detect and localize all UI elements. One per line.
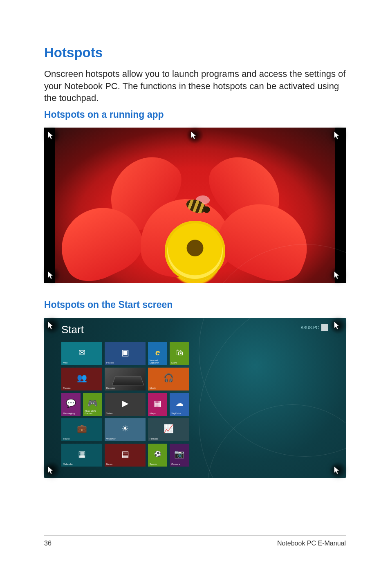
tile-people-2[interactable]: 👥People [61,368,102,391]
tile-music[interactable]: 🎧Music [148,368,189,391]
mail-icon: ✉ [78,348,85,357]
user-account[interactable]: ASUS-PC [301,324,328,331]
tile-label: Video [106,412,112,415]
cursor-icon [47,466,56,475]
heading-running-app: Hotspots on a running app [44,109,346,120]
page-number: 36 [44,540,52,547]
tile-camera[interactable]: 📷Camera [170,444,189,467]
calendar-icon: ▦ [78,450,86,458]
tile-label: People [63,387,71,389]
tile-label: Music [150,387,156,389]
tile-label: Internet Explorer [150,359,167,364]
start-label: Start [61,323,84,336]
tile-label: Travel [63,438,69,440]
tile-label: Store [171,361,177,364]
tile-label: News [106,463,112,465]
cursor-icon [47,321,56,330]
suitcase-icon: 💼 [77,424,87,433]
tile-label: Xbox LIVE Games [85,410,102,415]
cursor-icon [334,131,343,140]
page-footer: 36 Notebook PC E-Manual [44,535,346,547]
tile-label: Calendar [63,463,73,465]
tile-news[interactable]: ▤News [105,444,146,467]
camera-icon: 📷 [174,450,184,458]
tile-label: Mail [63,361,67,364]
store-icon: 🛍 [175,348,184,357]
tile-finance[interactable]: 📈Finance [148,418,189,441]
cursor-icon [47,131,56,140]
avatar-icon [321,324,328,331]
screenshot-start-screen: Start ASUS-PC ✉Mail ▣People eInternet Ex… [44,318,346,478]
tile-mail[interactable]: ✉Mail [61,342,102,365]
cursor-icon [334,321,343,330]
heading-hotspots: Hotspots [44,45,346,61]
tile-skydrive[interactable]: ☁SkyDrive [170,393,189,416]
start-tiles: ✉Mail ▣People eInternet Explorer 🛍Store … [61,342,189,467]
intro-paragraph: Onscreen hotspots allow you to launch pr… [44,68,346,104]
laptop-icon [112,376,144,385]
headphones-icon: 🎧 [164,374,174,382]
sun-icon: ☀ [121,424,129,433]
footer-title: Notebook PC E-Manual [277,540,346,547]
tile-ie[interactable]: eInternet Explorer [148,342,167,365]
tile-label: Maps [150,412,156,415]
chart-icon: 📈 [164,424,174,433]
tile-label: Sports [150,463,157,465]
app-left-band [44,128,55,283]
tile-travel[interactable]: 💼Travel [61,418,102,441]
sports-icon: ⚽ [154,451,161,457]
tile-people[interactable]: ▣People [105,342,146,365]
tile-calendar[interactable]: ▦Calendar [61,444,102,467]
tile-label: Desktop [106,387,115,389]
tile-desktop[interactable]: Desktop [105,368,146,391]
cloud-icon: ☁ [175,399,184,407]
news-icon: ▤ [121,450,129,458]
person-icon: ▣ [121,348,129,357]
gamepad-icon: 🎮 [87,399,98,407]
tile-label: Finance [150,438,158,440]
play-icon: ▶ [122,399,128,407]
people-icon: 👥 [77,374,87,382]
tile-store[interactable]: 🛍Store [170,342,189,365]
tile-games[interactable]: 🎮Xbox LIVE Games [83,393,102,416]
tile-label: Weather [106,438,116,440]
cursor-icon [191,131,199,140]
cursor-icon [334,466,343,475]
chat-icon: 💬 [66,399,76,407]
tile-messaging[interactable]: 💬Messaging [61,393,81,416]
tile-sports[interactable]: ⚽Sports [148,444,167,467]
tile-label: People [106,361,114,364]
map-icon: ▦ [154,399,161,407]
tile-video[interactable]: ▶Video [105,393,146,416]
ie-icon: e [155,348,160,357]
tile-label: SkyDrive [171,412,181,415]
tile-label: Camera [171,463,180,465]
tile-label: Messaging [63,412,75,415]
cursor-icon [47,271,56,280]
tile-maps[interactable]: ▦Maps [148,393,167,416]
user-name: ASUS-PC [301,325,319,330]
tile-weather[interactable]: ☀Weather [105,418,146,441]
